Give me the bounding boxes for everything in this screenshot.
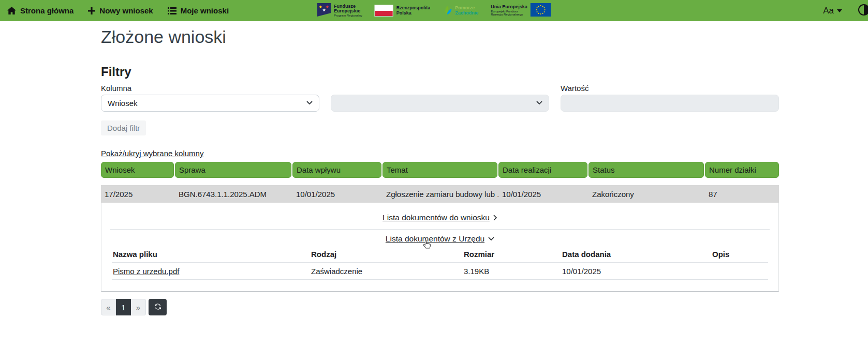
logo-fundusze-europejskie: ★ ★ ★ Fundusze Europejskie Program Regio… bbox=[317, 3, 362, 19]
column-header-sprawa[interactable]: Sprawa bbox=[175, 162, 291, 178]
filter-column-field: Kolumna Wniosek bbox=[101, 84, 319, 112]
doc-header-opis: Opis bbox=[712, 250, 768, 259]
doc-header-data-dodania: Data dodania bbox=[562, 250, 712, 259]
home-icon bbox=[7, 7, 16, 14]
navbar-right-controls: Aa bbox=[823, 4, 861, 18]
documents-to-application-label: Lista dokumentów do wniosku bbox=[382, 213, 490, 222]
documents-to-application-row: Lista dokumentów do wniosku bbox=[112, 213, 768, 222]
doc-header-rozmiar: Rozmiar bbox=[464, 250, 562, 259]
cell-temat: Zgłoszenie zamiaru budowy lub ... bbox=[382, 190, 498, 199]
documents-from-office-row: Lista dokumentów z Urzędu bbox=[112, 234, 768, 244]
row-details-panel: Lista dokumentów do wniosku Lista dokume… bbox=[101, 203, 779, 292]
main-content: Złożone wnioski Filtry Kolumna Wniosek W… bbox=[0, 26, 779, 315]
table-row[interactable]: 17/2025 BGN.6743.1.1.2025.ADM 10/01/2025… bbox=[101, 185, 779, 203]
column-select[interactable]: Wniosek bbox=[101, 95, 319, 112]
eu-funding-logos: ★ ★ ★ Fundusze Europejskie Program Regio… bbox=[317, 0, 551, 21]
filters-heading: Filtry bbox=[101, 65, 779, 79]
poland-flag-icon bbox=[375, 5, 393, 17]
cell-wniosek: 17/2025 bbox=[101, 190, 175, 199]
logo-rzeczpospolita-polska: Rzeczpospolita Polska bbox=[375, 5, 431, 17]
rzeczpospolita-polska-text: Rzeczpospolita Polska bbox=[396, 6, 431, 16]
nav-item-label: Nowy wniosek bbox=[99, 6, 153, 15]
doc-cell-rozmiar: 3.19KB bbox=[464, 267, 562, 276]
refresh-icon bbox=[154, 303, 162, 312]
nav-item-label: Moje wnioski bbox=[181, 6, 229, 15]
fundusze-europejskie-flag-icon: ★ ★ ★ bbox=[317, 3, 331, 19]
documents-from-office-label: Lista dokumentów z Urzędu bbox=[386, 234, 484, 244]
chevron-down-icon bbox=[488, 237, 494, 241]
chevron-down-icon bbox=[306, 101, 313, 105]
documents-table-header: Nazwa pliku Rodzaj Rozmiar Data dodania … bbox=[112, 248, 768, 263]
documents-to-application-link[interactable]: Lista dokumentów do wniosku bbox=[382, 213, 497, 222]
cell-numer-dzialki: 87 bbox=[705, 190, 779, 199]
column-header-wniosek[interactable]: Wniosek bbox=[101, 162, 174, 178]
fundusze-europejskie-text: Fundusze Europejskie Program Regionalny bbox=[334, 4, 362, 17]
font-size-dropdown[interactable]: Aa bbox=[823, 6, 842, 16]
nav-item-new-application[interactable]: Nowy wniosek bbox=[88, 6, 153, 15]
pagination-prev-button[interactable]: « bbox=[101, 299, 116, 315]
doc-cell-data-dodania: 10/01/2025 bbox=[562, 267, 712, 276]
svg-text:★: ★ bbox=[325, 5, 329, 9]
add-filter-button[interactable]: Dodaj filtr bbox=[101, 120, 146, 135]
filter-operator-field bbox=[331, 95, 549, 112]
top-navbar: Strona główna Nowy wniosek Moje wnioski bbox=[0, 0, 868, 21]
value-input[interactable] bbox=[561, 95, 779, 112]
doc-header-rodzaj: Rodzaj bbox=[311, 250, 464, 259]
cell-data-realizacji: 10/01/2025 bbox=[498, 190, 589, 199]
column-header-status[interactable]: Status bbox=[589, 162, 704, 178]
doc-cell-rodzaj: Zaświadczenie bbox=[311, 267, 464, 276]
operator-select[interactable] bbox=[331, 95, 549, 112]
contrast-icon bbox=[858, 9, 868, 18]
unia-europejska-text: Unia Europejska Europejski Fundusz Rozwo… bbox=[491, 5, 527, 16]
pomorze-zachodnie-text: Pomorze Zachodnie bbox=[455, 6, 478, 16]
logo-unia-europejska: Unia Europejska Europejski Fundusz Rozwo… bbox=[491, 3, 551, 19]
filter-row: Kolumna Wniosek Wartość bbox=[101, 84, 779, 112]
list-icon bbox=[168, 7, 176, 14]
chevron-down-icon bbox=[536, 101, 542, 105]
column-header-data-realizacji[interactable]: Data realizacji bbox=[498, 162, 587, 178]
cell-status: Zakończony bbox=[589, 190, 705, 199]
chevron-right-icon bbox=[493, 215, 497, 221]
results-table-header: Wniosek Sprawa Data wpływu Temat Data re… bbox=[101, 162, 779, 178]
nav-item-my-applications[interactable]: Moje wnioski bbox=[168, 6, 229, 15]
page-title: Złożone wnioski bbox=[101, 26, 779, 47]
nav-item-label: Strona główna bbox=[20, 6, 73, 15]
contrast-toggle[interactable] bbox=[858, 4, 868, 18]
column-header-numer-dzialki[interactable]: Numer działki bbox=[705, 162, 779, 178]
nav-item-home[interactable]: Strona główna bbox=[7, 6, 73, 15]
pagination-page-1-button[interactable]: 1 bbox=[116, 299, 131, 315]
logo-pomorze-zachodnie: Pomorze Zachodnie bbox=[443, 4, 478, 18]
column-label: Kolumna bbox=[101, 84, 319, 93]
cell-sprawa: BGN.6743.1.1.2025.ADM bbox=[175, 190, 292, 199]
plus-icon bbox=[88, 7, 95, 14]
caret-down-icon bbox=[837, 9, 842, 12]
pagination-next-button[interactable]: » bbox=[131, 299, 146, 315]
refresh-button[interactable] bbox=[149, 299, 167, 315]
column-header-temat[interactable]: Temat bbox=[382, 162, 497, 178]
show-hide-columns-link[interactable]: Pokaż/ukryj wybrane kolumny bbox=[101, 149, 203, 158]
panel-divider bbox=[110, 229, 770, 230]
value-label: Wartość bbox=[561, 84, 779, 93]
documents-table: Nazwa pliku Rodzaj Rozmiar Data dodania … bbox=[112, 248, 768, 280]
pagination: « 1 » bbox=[101, 299, 779, 315]
cell-data-wplywu: 10/01/2025 bbox=[292, 190, 382, 199]
document-row: Pismo z urzedu.pdf Zaświadczenie 3.19KB … bbox=[112, 263, 768, 280]
doc-header-nazwa-pliku: Nazwa pliku bbox=[112, 250, 311, 259]
documents-from-office-link[interactable]: Lista dokumentów z Urzędu bbox=[386, 234, 494, 244]
column-select-value: Wniosek bbox=[108, 99, 138, 108]
column-header-data-wplywu[interactable]: Data wpływu bbox=[292, 162, 381, 178]
pomorze-zachodnie-leaf-icon bbox=[443, 4, 452, 18]
eu-flag-icon bbox=[531, 3, 551, 19]
navbar-menu: Strona główna Nowy wniosek Moje wnioski bbox=[7, 6, 229, 15]
doc-cell-nazwa-pliku: Pismo z urzedu.pdf bbox=[112, 267, 311, 276]
document-file-link[interactable]: Pismo z urzedu.pdf bbox=[113, 267, 179, 276]
filter-value-field: Wartość bbox=[561, 84, 779, 112]
filters-section: Filtry Kolumna Wniosek Wartość Dodaj fil… bbox=[101, 65, 779, 135]
font-size-label: Aa bbox=[823, 6, 834, 16]
